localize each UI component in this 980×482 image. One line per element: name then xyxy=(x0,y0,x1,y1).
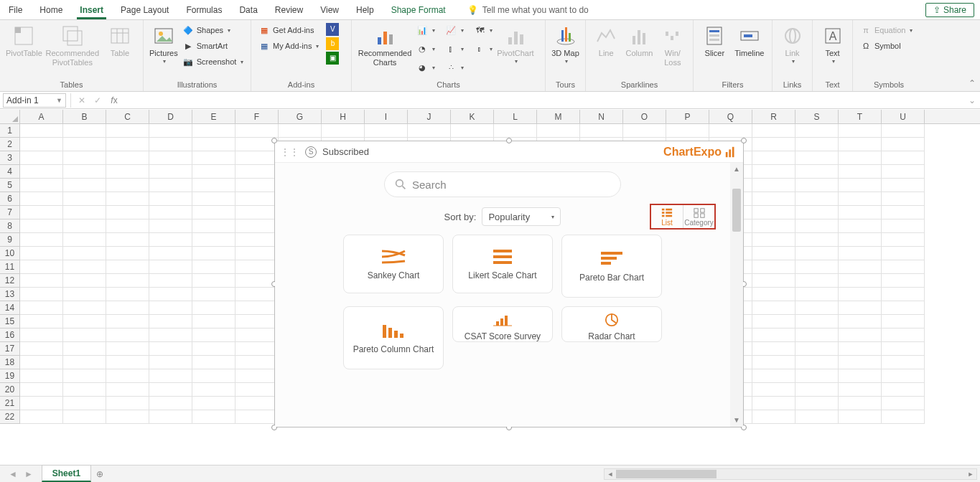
sparkline-column-icon xyxy=(628,24,651,47)
pictures-label: Pictures xyxy=(149,49,178,58)
sparkline-winloss-icon xyxy=(661,24,684,47)
people-icon[interactable]: ▣ xyxy=(326,52,339,65)
store-icon: ▦ xyxy=(258,24,270,36)
shapes-button[interactable]: 🔷Shapes▾ xyxy=(179,23,247,37)
group-charts-label: Charts xyxy=(352,80,545,91)
pivottable-label: PivotTable xyxy=(6,49,42,58)
stat-chart-icon: ⫿ xyxy=(445,43,457,55)
recommended-pivot-button[interactable]: Recommended PivotTables xyxy=(44,23,101,69)
treemap-chart-icon: 🗺 xyxy=(474,24,485,36)
collapse-ribbon-button[interactable]: ⌃ xyxy=(969,78,976,88)
recommended-pivot-icon xyxy=(61,24,84,47)
formula-input[interactable] xyxy=(121,93,964,108)
tab-insert[interactable]: Insert xyxy=(71,0,112,19)
group-tours-label: Tours xyxy=(546,80,585,91)
pivottable-button[interactable]: PivotTable xyxy=(4,23,44,60)
sparkline-column-button[interactable]: Column xyxy=(622,23,656,60)
svg-rect-11 xyxy=(383,32,387,44)
pictures-icon xyxy=(152,24,175,47)
symbol-button[interactable]: ΩSymbol xyxy=(857,39,915,53)
sparkline-line-button[interactable]: Line xyxy=(590,23,622,60)
tab-file[interactable]: File xyxy=(0,0,31,19)
equation-icon: π xyxy=(860,24,872,36)
line-chart-icon: 📈 xyxy=(445,24,457,36)
text-icon: A xyxy=(821,24,844,47)
bing-icon[interactable]: b xyxy=(326,37,339,50)
pie-chart-icon: ◕ xyxy=(416,62,428,73)
svg-rect-2 xyxy=(63,27,78,41)
svg-rect-10 xyxy=(378,37,381,44)
3dmap-button[interactable]: 3D Map▾ xyxy=(550,23,581,67)
svg-rect-28 xyxy=(709,34,719,37)
link-icon xyxy=(781,24,804,47)
fx-button[interactable]: fx xyxy=(107,95,121,105)
svg-rect-15 xyxy=(520,34,523,44)
text-button[interactable]: A Text▾ xyxy=(817,23,848,67)
pictures-button[interactable]: Pictures▾ xyxy=(148,23,179,67)
combo-chart-icon: ⫾ xyxy=(474,43,485,55)
visio-icon[interactable]: V xyxy=(326,23,339,36)
combo-chart-dd[interactable]: ⫾▾ xyxy=(471,42,495,56)
recommended-charts-button[interactable]: Recommended Charts xyxy=(356,23,414,69)
equation-button[interactable]: πEquation▾ xyxy=(857,23,915,37)
svg-rect-21 xyxy=(638,30,640,44)
tell-me-search[interactable]: 💡 Tell me what you want to do xyxy=(467,5,589,15)
shapes-icon: 🔷 xyxy=(182,24,194,36)
slicer-button[interactable]: Slicer xyxy=(698,23,732,60)
symbol-icon: Ω xyxy=(860,40,872,52)
svg-rect-24 xyxy=(671,36,673,40)
tab-home[interactable]: Home xyxy=(31,0,71,19)
expand-formula-icon[interactable]: ⌄ xyxy=(964,95,980,105)
svg-rect-23 xyxy=(666,32,668,36)
column-chart-icon: 📊 xyxy=(416,24,428,36)
3dmap-label: 3D Map xyxy=(551,49,579,58)
screenshot-icon: 📷 xyxy=(182,56,194,67)
group-links-label: Links xyxy=(773,80,812,91)
tab-shapeformat[interactable]: Shape Format xyxy=(383,0,454,19)
tab-formulas[interactable]: Formulas xyxy=(177,0,230,19)
share-button[interactable]: ⇪ Share xyxy=(925,3,974,17)
tab-pagelayout[interactable]: Page Layout xyxy=(112,0,177,19)
slicer-icon xyxy=(703,24,726,47)
name-box[interactable]: Add-in 1 ▼ xyxy=(3,93,66,108)
formula-bar: Add-in 1 ▼ ✕ ✓ fx ⌄ xyxy=(0,92,980,109)
cancel-formula-icon[interactable]: ✕ xyxy=(78,95,85,105)
tell-me-label: Tell me what you want to do xyxy=(482,5,589,15)
recommended-charts-label: Recommended Charts xyxy=(358,49,412,67)
svg-point-32 xyxy=(785,29,800,43)
tab-help[interactable]: Help xyxy=(347,0,383,19)
hierarchy-chart-icon: ◔ xyxy=(416,43,428,55)
tab-view[interactable]: View xyxy=(312,0,347,19)
treemap-chart-dd[interactable]: 🗺▾ xyxy=(471,23,495,37)
pivotchart-label: PivotChart xyxy=(497,49,533,58)
screenshot-button[interactable]: 📷Screenshot▾ xyxy=(179,55,247,69)
group-text-label: Text xyxy=(813,80,852,91)
tab-data[interactable]: Data xyxy=(230,0,266,19)
tab-review[interactable]: Review xyxy=(266,0,312,19)
addin-icon: ▦ xyxy=(258,40,270,52)
timeline-button[interactable]: Timeline xyxy=(732,23,767,60)
pivottable-icon xyxy=(12,24,35,47)
pivotchart-button[interactable]: PivotChart▾ xyxy=(495,23,536,67)
scatter-chart-dd[interactable]: ∴▾ xyxy=(442,60,467,75)
pivotchart-icon xyxy=(504,24,527,47)
pie-chart-dd[interactable]: ◕▾ xyxy=(414,60,438,75)
svg-rect-4 xyxy=(111,29,129,43)
name-box-value: Add-in 1 xyxy=(6,95,39,105)
link-button[interactable]: Link▾ xyxy=(777,23,808,67)
hierarchy-chart-dd[interactable]: ◔▾ xyxy=(414,42,438,56)
stat-chart-dd[interactable]: ⫿▾ xyxy=(442,42,467,56)
recommended-pivot-label: Recommended PivotTables xyxy=(45,49,100,67)
svg-rect-13 xyxy=(508,37,512,44)
table-button[interactable]: Table xyxy=(101,23,139,60)
svg-rect-20 xyxy=(633,36,635,44)
get-addins-button[interactable]: ▦Get Add-ins xyxy=(256,23,322,37)
sparkline-winloss-button[interactable]: Win/ Loss xyxy=(657,23,689,69)
smartart-icon: ▶ xyxy=(182,40,194,52)
smartart-button[interactable]: ▶SmartArt xyxy=(179,39,247,53)
line-chart-dd[interactable]: 📈▾ xyxy=(442,23,467,37)
svg-point-33 xyxy=(790,29,795,43)
accept-formula-icon[interactable]: ✓ xyxy=(94,95,101,105)
my-addins-button[interactable]: ▦My Add-ins▾ xyxy=(256,39,322,53)
column-chart-dd[interactable]: 📊▾ xyxy=(414,23,438,37)
